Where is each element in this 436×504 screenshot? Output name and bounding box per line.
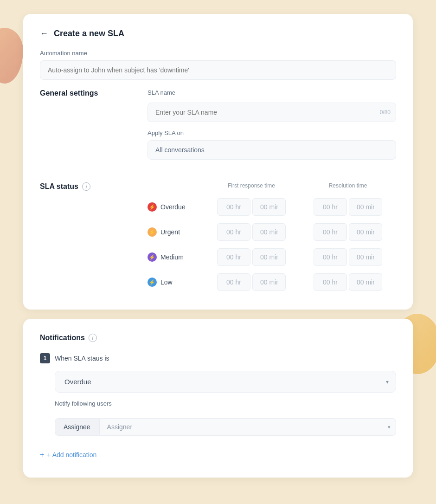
low-frt-hr[interactable]	[217, 273, 250, 291]
urgent-rt	[300, 223, 396, 241]
apply-sla-label: Apply SLA on	[147, 129, 396, 136]
low-frt	[203, 273, 300, 291]
back-button[interactable]: ←	[40, 29, 48, 39]
col-header-priority	[147, 182, 203, 189]
notification-item-1: 1 When SLA staus is Overdue Urgent Mediu…	[40, 353, 396, 463]
assignee-tag[interactable]: Assignee	[55, 418, 99, 436]
apply-sla-select[interactable]: All conversations	[147, 140, 396, 160]
sla-status-info-icon[interactable]: i	[82, 182, 90, 191]
general-settings-title: General settings	[40, 89, 98, 97]
page-header: ← Create a new SLA	[40, 29, 396, 39]
notify-users-row: Assignee Assigner ▾	[55, 418, 396, 436]
sla-table-header: First response time Resolution time	[147, 182, 396, 189]
sla-name-label: SLA name	[147, 89, 396, 96]
notifications-card: Notifications i 1 When SLA staus is Over…	[23, 319, 413, 478]
overdue-rt	[300, 198, 396, 216]
page-title: Create a new SLA	[54, 29, 124, 39]
medium-rt-hr[interactable]	[314, 248, 347, 266]
medium-frt-hr[interactable]	[217, 248, 250, 266]
urgent-frt	[203, 223, 300, 241]
low-rt	[300, 273, 396, 291]
char-count: 0/80	[380, 109, 391, 116]
urgent-frt-hr[interactable]	[217, 223, 250, 241]
add-notification-label: + Add notification	[47, 451, 96, 459]
add-icon: +	[40, 451, 44, 459]
urgent-rt-min[interactable]	[349, 223, 382, 241]
general-settings-fields: SLA name 0/80 Apply SLA on All conversat…	[147, 89, 396, 160]
sla-row-low: ⚡ Low	[147, 270, 396, 295]
low-label: Low	[160, 278, 173, 286]
urgent-rt-hr[interactable]	[314, 223, 347, 241]
apply-sla-field: Apply SLA on All conversations	[147, 129, 396, 160]
status-dropdown[interactable]: Overdue Urgent Medium Low	[55, 371, 396, 393]
priority-urgent: ⚡ Urgent	[147, 227, 203, 237]
priority-overdue: ⚡ Overdue	[147, 202, 203, 212]
overdue-rt-hr[interactable]	[314, 198, 347, 216]
overdue-icon: ⚡	[147, 202, 157, 212]
sla-table: First response time Resolution time ⚡ Ov…	[147, 182, 396, 295]
medium-rt	[300, 248, 396, 266]
automation-name-input[interactable]	[40, 60, 396, 80]
medium-label: Medium	[160, 253, 184, 261]
sla-name-field: SLA name 0/80	[147, 89, 396, 122]
assigner-dropdown-wrapper: Assigner ▾	[99, 418, 396, 436]
overdue-frt-min[interactable]	[252, 198, 286, 216]
sla-status-label-col: SLA status i	[40, 182, 133, 295]
sla-row-medium: ⚡ Medium	[147, 245, 396, 270]
automation-name-section: Automation name	[40, 50, 396, 80]
overdue-frt	[203, 198, 300, 216]
sla-status-title-row: SLA status i	[40, 182, 133, 191]
when-sla-label: When SLA staus is	[55, 355, 109, 362]
low-rt-min[interactable]	[349, 273, 382, 291]
general-settings-section: General settings SLA name 0/80 Apply SLA…	[40, 89, 396, 160]
urgent-icon: ⚡	[147, 227, 157, 237]
overdue-label: Overdue	[160, 203, 186, 211]
notification-number: 1	[40, 353, 50, 363]
low-frt-min[interactable]	[252, 273, 286, 291]
notifications-header: Notifications i	[40, 334, 396, 342]
assigner-dropdown[interactable]: Assigner	[99, 418, 396, 436]
col-header-rt: Resolution time	[300, 182, 396, 189]
urgent-frt-min[interactable]	[252, 223, 286, 241]
add-notification-button[interactable]: + + Add notification	[40, 447, 396, 463]
notify-users-label: Notify following users	[55, 400, 396, 407]
low-icon: ⚡	[147, 278, 157, 287]
sla-status-section: SLA status i First response time Resolut…	[40, 171, 396, 295]
sla-name-input[interactable]	[147, 103, 396, 122]
sla-form-card: ← Create a new SLA Automation name Gener…	[23, 14, 413, 310]
notifications-info-icon[interactable]: i	[89, 334, 97, 342]
overdue-rt-min[interactable]	[349, 198, 382, 216]
when-label-row: 1 When SLA staus is	[40, 353, 396, 363]
urgent-label: Urgent	[160, 228, 180, 236]
sla-row-overdue: ⚡ Overdue	[147, 194, 396, 220]
general-settings-label-col: General settings	[40, 89, 133, 160]
sla-row-urgent: ⚡ Urgent	[147, 220, 396, 245]
low-rt-hr[interactable]	[314, 273, 347, 291]
sla-status-title: SLA status	[40, 182, 78, 191]
medium-frt	[203, 248, 300, 266]
sla-name-input-wrapper: 0/80	[147, 103, 396, 122]
notifications-title: Notifications	[40, 334, 85, 342]
automation-name-label: Automation name	[40, 50, 396, 57]
medium-icon: ⚡	[147, 252, 157, 262]
priority-low: ⚡ Low	[147, 278, 203, 287]
col-header-frt: First response time	[203, 182, 300, 189]
status-dropdown-wrapper: Overdue Urgent Medium Low ▾	[55, 371, 396, 393]
medium-frt-min[interactable]	[252, 248, 286, 266]
overdue-frt-hr[interactable]	[217, 198, 250, 216]
priority-medium: ⚡ Medium	[147, 252, 203, 262]
medium-rt-min[interactable]	[349, 248, 382, 266]
